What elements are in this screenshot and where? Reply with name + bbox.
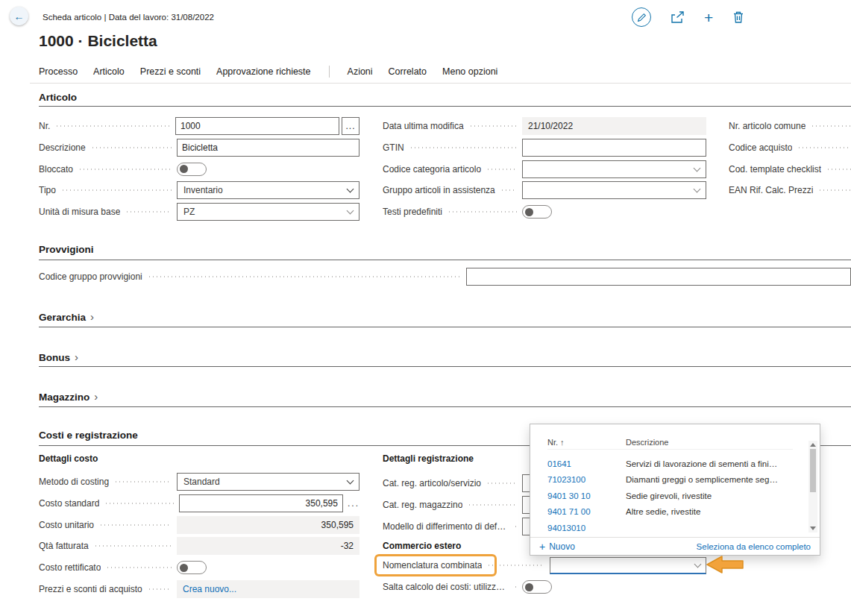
unita-misura-select[interactable]: PZ [177,203,359,221]
costo-rettificato-toggle[interactable] [177,561,207,574]
tab-articolo[interactable]: Articolo [93,66,125,77]
dotted-leader [78,169,172,170]
annotation-arrow-icon [706,554,744,575]
new-record-button[interactable]: + [704,10,713,25]
tab-prezzi-e-sconti[interactable]: Prezzi e sconti [140,66,201,77]
field-label: Nomenclatura combinata [383,560,482,571]
field-metodo-di-costing: Metodo di costing Standard [39,471,359,493]
articolo-right-column: Nr. articolo comune Codice acquisto Cod.… [729,116,851,201]
assist-edit-button[interactable]: ... [348,498,359,509]
bloccato-toggle[interactable] [177,163,207,176]
dotted-leader [826,169,851,170]
gtin-input[interactable] [522,139,706,157]
field-gtin: GTIN [383,137,706,159]
chevron-right-icon: › [75,351,78,363]
scrollbar-thumb[interactable] [810,449,816,492]
field-cod-template-checklist: Cod. template checklist [729,158,851,180]
section-gerarchia-header[interactable]: Gerarchia› [39,310,94,323]
dropdown-col-descrizione[interactable]: Descrizione [626,438,668,447]
articolo-left-column: Nr. ... Descrizione Bloccato Tipo Invent… [39,116,359,222]
menu-meno-opzioni[interactable]: Meno opzioni [442,66,497,77]
new-button[interactable]: + Nuovo [539,541,575,553]
field-label: Nr. articolo comune [729,121,806,131]
field-label: Gruppo articoli in assistenza [383,185,495,195]
field-nr: Nr. ... [39,116,359,137]
crea-nuovo-link[interactable]: Crea nuovo... [183,584,236,594]
nomenclatura-combobox[interactable] [550,557,706,574]
gruppo-assistenza-lookup[interactable] [522,181,706,199]
field-costo-unitario: Costo unitario 350,595 [39,514,359,535]
section-articolo-header[interactable]: Articolo [39,92,77,103]
field-tipo: Tipo Inventario [39,180,359,201]
section-provvigioni-header[interactable]: Provvigioni [39,244,94,255]
metodo-costing-select[interactable]: Standard [177,473,359,491]
costo-unitario-value: 350,595 [177,516,359,534]
tipo-select[interactable]: Inventario [177,181,359,199]
field-descrizione: Descrizione [39,137,359,159]
dropdown-row[interactable]: 9401 30 10 Sedie girevoli, rivestite [530,488,805,504]
dropdown-row[interactable]: 71023100 Diamanti greggi o semplicemente… [530,472,805,488]
dotted-leader [448,211,517,213]
dotted-leader [104,503,174,504]
dotted-leader [500,189,517,191]
dropdown-row[interactable]: 9401 71 00 Altre sedie, rivestite [530,504,805,521]
trash-icon [732,10,744,24]
delete-button[interactable] [732,10,744,24]
section-costi-header[interactable]: Costi e registrazione [39,430,138,441]
field-bloccato: Bloccato [39,158,359,180]
dotted-leader [811,125,851,127]
dotted-leader [94,545,172,547]
dotted-leader [486,483,517,484]
dettagli-costo-heading: Dettagli costo [39,453,98,464]
section-divider [39,327,851,327]
codice-categoria-lookup[interactable] [522,160,706,178]
chevron-down-icon [347,186,354,193]
field-label: Testi predefiniti [383,207,442,217]
plus-icon: + [539,541,545,553]
field-gruppo-articoli-assistenza: Gruppo articoli in assistenza [383,180,706,201]
testi-predefiniti-toggle[interactable] [522,205,552,219]
select-from-full-list-link[interactable]: Seleziona da elenco completo [697,542,811,551]
back-button[interactable]: ← [10,7,28,25]
field-testi-predefiniti: Testi predefiniti [383,201,706,223]
share-button[interactable] [671,11,685,24]
menu-azioni[interactable]: Azioni [348,66,373,77]
field-label: EAN Rif. Calc. Prezzi [729,185,813,195]
dotted-leader [55,125,170,127]
costo-standard-input[interactable] [179,494,343,512]
nomenclatura-input[interactable] [556,560,695,571]
field-label: Qtà fatturata [39,541,89,551]
section-magazzino-header[interactable]: Magazzino› [39,390,98,403]
codice-gruppo-provvigioni-input[interactable] [466,268,851,286]
menu-correlato[interactable]: Correlato [389,66,427,77]
sort-ascending-icon: ↑ [560,438,565,447]
back-arrow-icon: ← [14,10,25,22]
salta-calcolo-toggle[interactable] [522,580,552,594]
dotted-leader [818,189,851,191]
assist-edit-button[interactable]: ... [342,117,359,135]
field-qta-fatturata: Qtà fatturata -32 [39,535,359,557]
nr-input[interactable] [175,117,339,135]
field-label: Unità di misura base [39,207,120,217]
dropdown-row[interactable]: 94013010 [530,520,805,536]
tab-processo[interactable]: Processo [39,66,78,77]
dotted-leader [514,586,517,588]
dropdown-header: Nr. ↑ Descrizione [547,435,793,450]
field-label: Nr. [39,121,50,131]
articolo-middle-column: Data ultima modifica 21/10/2022 GTIN Cod… [383,116,706,222]
edit-button[interactable] [632,7,651,27]
dropdown-row[interactable]: 01641 Servizi di lavorazione di sementi … [530,456,805,472]
plus-icon: + [704,10,713,25]
descrizione-input[interactable] [177,139,359,157]
ribbon-divider [329,66,330,78]
chevron-down-icon [347,477,354,485]
dropdown-col-nr[interactable]: Nr. ↑ [547,438,626,447]
field-label: Prezzi e sconti di acquisto [39,584,142,594]
field-label: Codice acquisto [729,142,792,153]
commercio-estero-heading: Commercio estero [383,541,461,551]
scroll-up-icon [810,443,816,447]
dotted-leader [91,147,172,148]
tab-approvazione-richieste[interactable]: Approvazione richieste [216,66,310,77]
section-bonus-header[interactable]: Bonus› [39,351,78,363]
dropdown-scrollbar[interactable] [808,441,817,532]
